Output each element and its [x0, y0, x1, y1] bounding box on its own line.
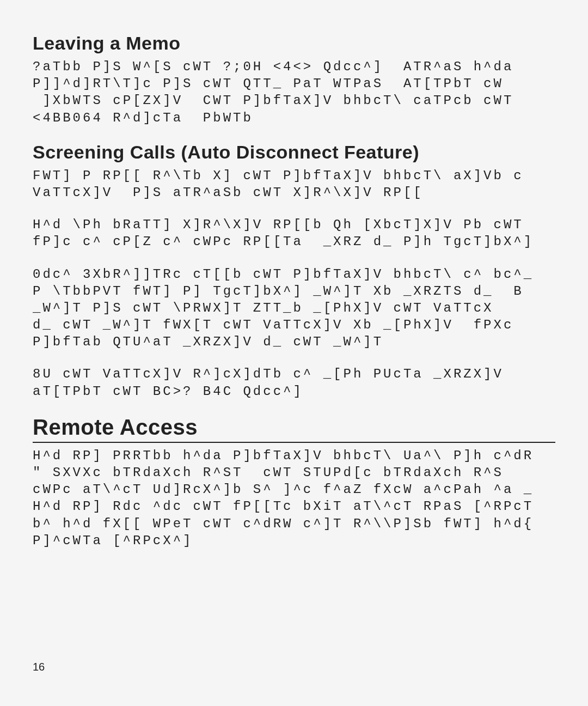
heading-remote-access: Remote Access — [33, 415, 555, 443]
heading-screening-calls: Screening Calls (Auto Disconnect Feature… — [33, 142, 555, 163]
body-leaving-memo: ?aTbb P]S W^[S cWT ?;0H <4<> Qdcc^] ATR^… — [33, 58, 555, 126]
body-screening-calls-4: 8U cWT VaTTcX]V R^]cX]dTb c^ _[Ph PUcTa … — [33, 366, 555, 399]
body-screening-calls-3: 0dc^ 3XbR^]]TRc cT[[b cWT P]bfTaX]V bhbc… — [33, 266, 555, 351]
body-remote-access: H^d RP] PRRTbb h^da P]bfTaX]V bhbcT\ Ua^… — [33, 447, 555, 549]
page-number: 16 — [33, 661, 45, 673]
heading-leaving-memo: Leaving a Memo — [33, 33, 555, 54]
body-screening-calls-2: H^d \Ph bRaTT] X]R^\X]V RP[[b Qh [XbcT]X… — [33, 216, 555, 250]
body-screening-calls-1: FWT] P RP[[ R^\Tb X] cWT P]bfTaX]V bhbcT… — [33, 167, 555, 201]
